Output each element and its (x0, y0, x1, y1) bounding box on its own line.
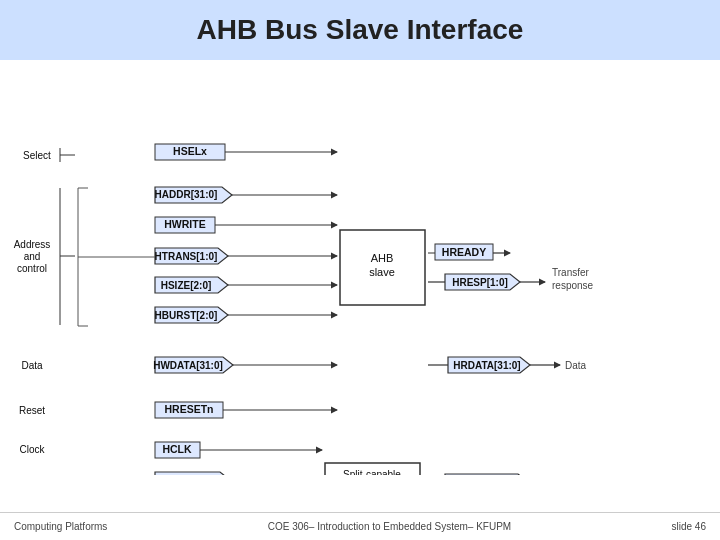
slide-container: AHB Bus Slave Interface Select Address a… (0, 0, 720, 540)
hsplit-shape (445, 474, 528, 475)
hready-label: HREADY (442, 246, 486, 258)
group-clock: Clock (19, 444, 45, 455)
footer-right: slide 46 (672, 521, 706, 532)
hsize-label: HSIZE[2:0] (161, 280, 212, 291)
group-and: and (24, 251, 41, 262)
htrans-label: HTRANS[1:0] (155, 251, 218, 262)
group-address: Address (14, 239, 51, 250)
footer-center: COE 306– Introduction to Embedded System… (268, 521, 511, 532)
data-right-label: Data (565, 360, 587, 371)
haddr-label: HADDR[31:0] (155, 189, 218, 200)
transfer-response-label1: Transfer (552, 267, 590, 278)
hselx-label: HSELx (173, 145, 207, 157)
hwdata-label: HWDATA[31:0] (153, 360, 223, 371)
footer-left: Computing Platforms (14, 521, 107, 532)
hrdata-label: HRDATA[31:0] (453, 360, 520, 371)
hresp-label: HRESP[1:0] (452, 277, 508, 288)
transfer-response-label2: response (552, 280, 594, 291)
slide-title: AHB Bus Slave Interface (197, 14, 524, 45)
ahb-slave-label1: AHB (371, 252, 394, 264)
group-reset: Reset (19, 405, 45, 416)
diagram-area: Select Address and control Data Reset Cl… (0, 60, 720, 490)
hwrite-label: HWRITE (164, 218, 205, 230)
hresetn-label: HRESETn (164, 403, 213, 415)
group-control: control (17, 263, 47, 274)
title-area: AHB Bus Slave Interface (0, 0, 720, 60)
group-data-left: Data (21, 360, 43, 371)
hburst-label: HBURST[2:0] (155, 310, 218, 321)
ahb-slave-label2: slave (369, 266, 395, 278)
diagram-svg: Select Address and control Data Reset Cl… (0, 60, 720, 475)
group-select: Select (23, 150, 51, 161)
split-label1: Split-capable (343, 469, 401, 475)
footer: Computing Platforms COE 306– Introductio… (0, 512, 720, 540)
hclk-label: HCLK (162, 443, 192, 455)
